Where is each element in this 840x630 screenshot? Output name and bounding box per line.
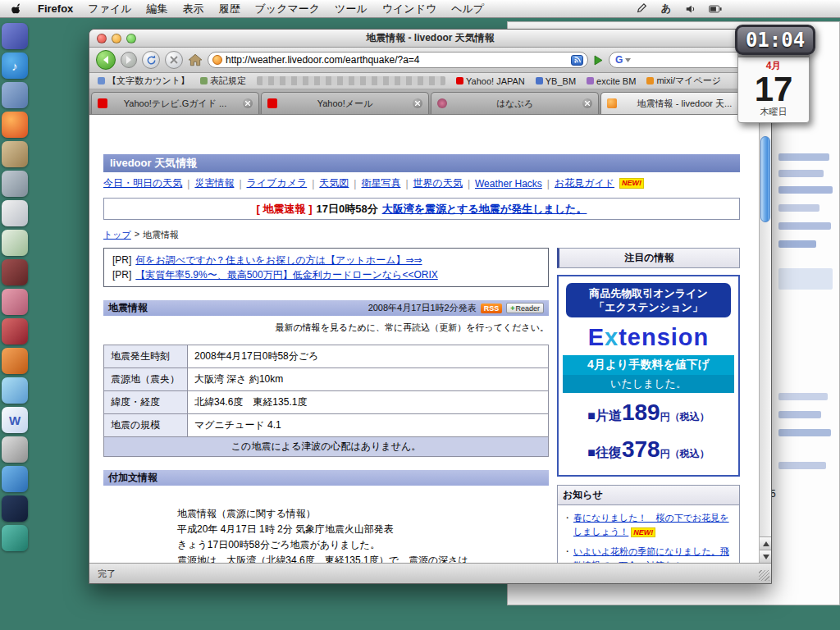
bookmark-item-blurred[interactable] bbox=[257, 76, 445, 85]
pen-input-icon[interactable] bbox=[635, 2, 648, 16]
livedoor-favicon bbox=[607, 98, 617, 108]
nav-link-weathermap[interactable]: 天気図 bbox=[319, 176, 349, 190]
paragraph-line: 平成20年 4月17日 1時 2分 気象庁地震火山部発表 bbox=[177, 522, 549, 537]
go-button[interactable] bbox=[593, 55, 604, 66]
page-content-area: livedoor 天気情報 今日・明日の天気 | 災害情報 | ライブカメラ |… bbox=[89, 115, 771, 563]
nav-link-satellite[interactable]: 衛星写真 bbox=[361, 176, 400, 190]
tab-close-button[interactable] bbox=[413, 98, 422, 108]
minimize-window-button[interactable] bbox=[112, 34, 121, 43]
nav-link-weatherhacks[interactable]: Weather Hacks bbox=[475, 178, 542, 189]
bookmark-item[interactable]: 【文字数カウント】 bbox=[98, 75, 189, 87]
dock-icon-18[interactable] bbox=[2, 525, 28, 551]
row-label: 緯度・経度 bbox=[104, 391, 188, 414]
desktop: 5 Firefox ファイル 編集 表示 履歴 ブックマーク ツール ウインドウ… bbox=[0, 0, 840, 630]
dock-icon-11[interactable] bbox=[2, 318, 28, 345]
additional-section-header: 付加文情報 bbox=[103, 470, 549, 486]
dock-icon-document[interactable]: W bbox=[2, 407, 28, 433]
dock-icon-firefox[interactable] bbox=[2, 112, 28, 138]
url-input[interactable] bbox=[226, 54, 568, 66]
nav-link-disaster[interactable]: 災害情報 bbox=[194, 176, 234, 190]
paragraph-line: 震源地は、大阪湾（北緯34.6度、東経135.1度）で、震源の深さは bbox=[177, 553, 549, 563]
breadcrumb-home-link[interactable]: トップ bbox=[103, 229, 131, 241]
back-button[interactable] bbox=[96, 50, 116, 70]
menu-window[interactable]: ウインドウ bbox=[382, 2, 437, 16]
search-engine-icon[interactable]: G bbox=[615, 54, 623, 66]
menu-file[interactable]: ファイル bbox=[88, 2, 131, 16]
bookmark-item[interactable]: 表記規定 bbox=[200, 75, 246, 87]
menu-view[interactable]: 表示 bbox=[183, 2, 204, 16]
bookmark-favicon bbox=[200, 77, 208, 84]
tab-close-button[interactable] bbox=[582, 98, 592, 108]
dock-icon-9[interactable] bbox=[2, 259, 28, 285]
vertical-scrollbar[interactable] bbox=[759, 115, 771, 563]
window-titlebar[interactable]: 地震情報 - livedoor 天気情報 bbox=[89, 30, 771, 48]
nav-link-world[interactable]: 世界の天気 bbox=[413, 176, 463, 190]
close-window-button[interactable] bbox=[97, 34, 107, 43]
extension-ad-banner[interactable]: 商品先物取引オンライン 「エクステンション」 Extension 4月より手数料… bbox=[557, 275, 740, 477]
dock-icon-1[interactable] bbox=[2, 23, 28, 49]
dock-icon-7[interactable] bbox=[2, 200, 28, 226]
nav-link-hanami[interactable]: お花見ガイド bbox=[555, 176, 614, 190]
background-text-blur bbox=[778, 186, 833, 194]
menu-help[interactable]: ヘルプ bbox=[451, 2, 484, 16]
forward-button[interactable] bbox=[121, 52, 137, 68]
notice-item: ・ いよいよ花粉の季節になりました。飛散情報で、万全の対策を！ bbox=[563, 545, 734, 563]
apple-menu-icon[interactable] bbox=[11, 2, 23, 15]
zoom-window-button[interactable] bbox=[126, 34, 136, 43]
dock-icon-5[interactable] bbox=[2, 141, 28, 167]
dock-icon-10[interactable] bbox=[2, 289, 28, 315]
bookmark-item[interactable]: Yahoo! JAPAN bbox=[456, 76, 525, 86]
battery-icon[interactable] bbox=[709, 2, 722, 16]
home-button[interactable] bbox=[188, 53, 203, 66]
tab-hanaburo[interactable]: はなぶろ bbox=[431, 92, 599, 114]
menu-tools[interactable]: ツール bbox=[335, 2, 368, 16]
speaker-icon[interactable] bbox=[684, 2, 697, 16]
paragraph-line: 地震情報（震源に関する情報） bbox=[177, 506, 549, 522]
breadcrumb-current: 地震情報 bbox=[143, 229, 179, 241]
resize-grip[interactable] bbox=[759, 570, 769, 581]
clock-widget: 01:04 bbox=[735, 25, 815, 55]
tab-yahoo-mail[interactable]: Yahoo!メール bbox=[261, 92, 429, 114]
scroll-down-button[interactable] bbox=[760, 550, 771, 563]
dock-icon-13[interactable] bbox=[2, 377, 28, 404]
menu-history[interactable]: 履歴 bbox=[219, 2, 240, 16]
notice-link-pollen[interactable]: いよいよ花粉の季節になりました。飛散情報で、万全の対策を！ bbox=[573, 545, 734, 563]
chevron-down-icon[interactable] bbox=[625, 58, 631, 62]
rss-badge[interactable]: RSS bbox=[481, 304, 503, 313]
calendar-weekday: 木曜日 bbox=[738, 106, 809, 118]
ad-promo-line: いたしました。 bbox=[563, 375, 734, 393]
input-method-icon[interactable]: あ bbox=[660, 2, 673, 16]
menu-bookmarks[interactable]: ブックマーク bbox=[255, 2, 321, 16]
bookmark-item[interactable]: YB_BM bbox=[536, 76, 576, 86]
breadcrumb: トップ > 地震情報 bbox=[103, 229, 740, 241]
pr-link-athome[interactable]: 何をお調べですか？住まいをお探しの方は【アットホーム】⇒⇒ bbox=[135, 253, 422, 267]
bookmark-item[interactable]: mixi/マイページ bbox=[646, 75, 721, 87]
scrollbar-thumb[interactable] bbox=[760, 136, 770, 222]
alert-link[interactable]: 大阪湾を震源とする地震が発生しました。 bbox=[382, 202, 587, 217]
tsunami-note-row: この地震による津波の心配はありません。 bbox=[104, 437, 549, 457]
dock-icon-15[interactable] bbox=[2, 436, 28, 463]
dock-icon-3[interactable] bbox=[2, 82, 28, 108]
tab-close-button[interactable] bbox=[243, 98, 253, 108]
dock-icon-music[interactable]: ♪ bbox=[2, 52, 28, 79]
rss-feed-icon[interactable] bbox=[571, 55, 583, 66]
reload-button[interactable] bbox=[142, 51, 160, 69]
bookmark-item[interactable]: excite BM bbox=[587, 76, 636, 86]
dock-icon-6[interactable] bbox=[2, 171, 28, 197]
dock-icon-16[interactable] bbox=[2, 466, 28, 492]
add-reader-button[interactable]: + Reader bbox=[506, 303, 544, 313]
dock-icon-12[interactable] bbox=[2, 348, 28, 374]
pr-link-orix[interactable]: 【実質年率5.9%〜、最高500万円】低金利カードローンなら<<ORIX bbox=[135, 267, 437, 282]
search-input[interactable] bbox=[633, 54, 746, 66]
dock-icon-8[interactable] bbox=[2, 230, 28, 256]
row-value: マグニチュード 4.1 bbox=[188, 414, 549, 437]
tab-yahoo-tv[interactable]: Yahoo!テレビ.Gガイド ... bbox=[91, 92, 259, 114]
nav-link-livecam[interactable]: ライブカメラ bbox=[247, 176, 308, 190]
scroll-up-button[interactable] bbox=[760, 536, 771, 550]
dock-icon-17[interactable] bbox=[2, 495, 28, 522]
menu-firefox[interactable]: Firefox bbox=[38, 2, 73, 15]
status-bar: 完了 bbox=[89, 563, 771, 583]
menu-edit[interactable]: 編集 bbox=[147, 2, 168, 16]
nav-link-today[interactable]: 今日・明日の天気 bbox=[103, 176, 182, 190]
stop-button[interactable] bbox=[165, 51, 183, 69]
